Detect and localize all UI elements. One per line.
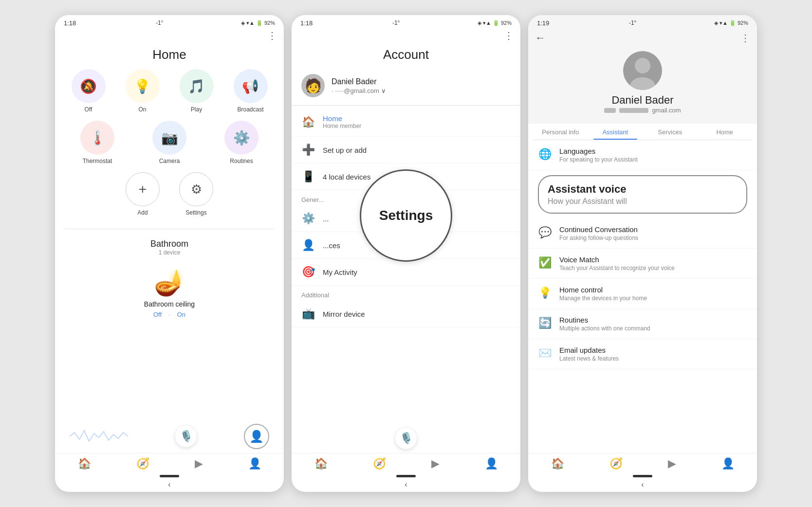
device-status: Off · On	[153, 311, 185, 318]
nav-media-3[interactable]: ▶	[668, 457, 676, 470]
menu-item-home[interactable]: 🏠 Home Home member	[292, 108, 520, 137]
icon-add[interactable]: + Add	[126, 172, 160, 216]
nav-media-1[interactable]: ▶	[195, 457, 203, 470]
detail-avatar	[623, 51, 662, 90]
nav-explore-1[interactable]: 🧭	[136, 457, 149, 470]
settings-item-routines[interactable]: 🔄 Routines Multiple actions with one com…	[528, 309, 757, 339]
three-dot-menu-3[interactable]: ⋮	[740, 32, 750, 44]
settings-icon: ⚙	[191, 182, 202, 197]
person-menu-icon: 👤	[301, 239, 315, 252]
settings-item-conversation[interactable]: 💬 Continued Conversation For asking foll…	[528, 218, 757, 249]
signal-icon-3: ◈	[714, 20, 718, 26]
status-icons-2: ◈ ▾▲ 🔋 92%	[478, 20, 512, 26]
settings-item-email[interactable]: ✉️ Email updates Latest news & features	[528, 339, 757, 369]
three-dot-menu-1[interactable]: ⋮	[267, 30, 277, 41]
avatar-person-icon: 🧑	[305, 78, 322, 94]
home-icon-grid-row3: + Add ⚙ Settings	[55, 172, 284, 224]
tab-assistant[interactable]: Assistant	[588, 124, 643, 140]
nav-gesture-1	[160, 475, 179, 477]
device-item[interactable]: 🪔 Bathroom ceiling Off · On	[65, 263, 274, 323]
mic-area: 🎙️ 👤	[55, 424, 284, 453]
device-status-on[interactable]: On	[177, 311, 185, 318]
battery-icon: 🔋	[256, 20, 263, 26]
icon-thermostat[interactable]: 🌡️ Thermostat	[65, 121, 130, 164]
time-3: 1:19	[537, 19, 549, 27]
mic-area-2: 🎙️	[292, 424, 520, 453]
icon-circle-thermostat: 🌡️	[80, 121, 114, 155]
tab-home[interactable]: Home	[698, 124, 753, 140]
temp-1: -1°	[156, 19, 163, 26]
device-status-off[interactable]: Off	[153, 311, 162, 318]
menu-activity-label: My Activity	[323, 268, 511, 276]
icon-play[interactable]: 🎵 Play	[173, 69, 220, 113]
gear-menu-icon: ⚙️	[301, 212, 315, 225]
tab-personal-info[interactable]: Personal info	[533, 124, 588, 140]
mic-button-2[interactable]: 🎙️	[395, 428, 417, 449]
battery-icon-3: 🔋	[729, 20, 736, 26]
battery-pct-2: 92%	[501, 20, 512, 26]
camera-icon: 📷	[161, 130, 178, 146]
icon-broadcast[interactable]: 📢 Broadcast	[227, 69, 274, 113]
icon-circle-on: 💡	[126, 69, 160, 103]
icon-settings[interactable]: ⚙ Settings	[179, 172, 213, 216]
menu-item-mirror[interactable]: 📺 Mirror device	[292, 301, 520, 327]
back-arrow-2: ‹	[405, 480, 407, 489]
nav-home-2[interactable]: 🏠	[314, 457, 328, 470]
languages-title: Languages	[559, 147, 747, 155]
menu-home-label: Home	[323, 114, 511, 123]
settings-item-voicematch[interactable]: ✅ Voice Match Teach your Assistant to re…	[528, 249, 757, 279]
languages-sub: For speaking to your Assistant	[559, 156, 747, 163]
time-2: 1:18	[300, 19, 313, 27]
three-dot-menu-2[interactable]: ⋮	[504, 30, 514, 41]
nav-account-2[interactable]: 👤	[485, 457, 498, 470]
wifi-icon-3: ▾▲	[720, 20, 728, 26]
section-additional: Additional	[292, 286, 520, 301]
settings-bubble-label: Settings	[379, 208, 433, 223]
icon-camera[interactable]: 📷 Camera	[137, 121, 202, 164]
account-email-text: · ·····@gmail.com	[332, 87, 379, 94]
menu-item-activity[interactable]: 🎯 My Activity	[292, 259, 520, 286]
divider-account-1	[292, 105, 520, 106]
temp-2: -1°	[392, 19, 400, 26]
home-icon-grid-row1: 🔕 Off 💡 On 🎵 Play 📢 Broadcast	[55, 69, 284, 121]
tab-services[interactable]: Services	[643, 124, 698, 140]
mirror-menu-icon: 📺	[301, 308, 315, 320]
signal-icon: ◈	[241, 20, 245, 26]
icon-routines[interactable]: ⚙️ Routines	[209, 121, 274, 164]
assistant-voice-bubble: Assistant voice How your Assistant will	[538, 175, 747, 214]
back-gesture-area-1: ‹	[55, 478, 284, 492]
detail-user-email: gmail.com	[528, 107, 757, 114]
room-sub: 1 device	[65, 249, 274, 256]
nav-account-1[interactable]: 👤	[248, 457, 261, 470]
mic-button[interactable]: 🎙️	[175, 426, 197, 447]
icon-play-label: Play	[191, 106, 202, 113]
menu-item-setup[interactable]: ➕ Set up or add	[292, 137, 520, 163]
nav-account-3[interactable]: 👤	[721, 457, 735, 470]
status-dot: ·	[168, 311, 170, 318]
settings-item-email-text: Email updates Latest news & features	[559, 346, 747, 362]
battery-icon-2: 🔋	[493, 20, 499, 26]
back-button[interactable]: ←	[535, 32, 546, 44]
chevron-down-icon[interactable]: ∨	[381, 87, 386, 94]
nav-explore-2[interactable]: 🧭	[373, 457, 386, 470]
icon-broadcast-label: Broadcast	[237, 106, 263, 113]
wifi-icon-2: ▾▲	[483, 20, 491, 26]
phone-screen-2: 1:18 -1° ◈ ▾▲ 🔋 92% ⋮ Account 🧑 Daniel B…	[292, 15, 520, 492]
icon-off[interactable]: 🔕 Off	[65, 69, 112, 113]
conversation-icon: 💬	[538, 225, 552, 239]
menu-mirror-label: Mirror device	[323, 310, 511, 318]
icon-on[interactable]: 💡 On	[119, 69, 166, 113]
nav-explore-3[interactable]: 🧭	[609, 457, 623, 470]
settings-item-languages[interactable]: 🌐 Languages For speaking to your Assista…	[528, 140, 757, 170]
account-nav-circle[interactable]: 👤	[244, 424, 269, 449]
battery-pct-1: 92%	[264, 20, 275, 26]
nav-media-2[interactable]: ▶	[431, 457, 440, 470]
status-bar-3: 1:19 -1° ◈ ▾▲ 🔋 92%	[528, 15, 757, 29]
settings-item-homecontrol[interactable]: 💡 Home control Manage the devices in you…	[528, 279, 757, 309]
nav-home-1[interactable]: 🏠	[78, 457, 91, 470]
settings-item-routines-text: Routines Multiple actions with one comma…	[559, 316, 747, 332]
add-icon: +	[139, 181, 147, 197]
nav-home-3[interactable]: 🏠	[551, 457, 564, 470]
status-icons-3: ◈ ▾▲ 🔋 92%	[714, 20, 748, 26]
bulb-icon: 💡	[134, 78, 151, 94]
